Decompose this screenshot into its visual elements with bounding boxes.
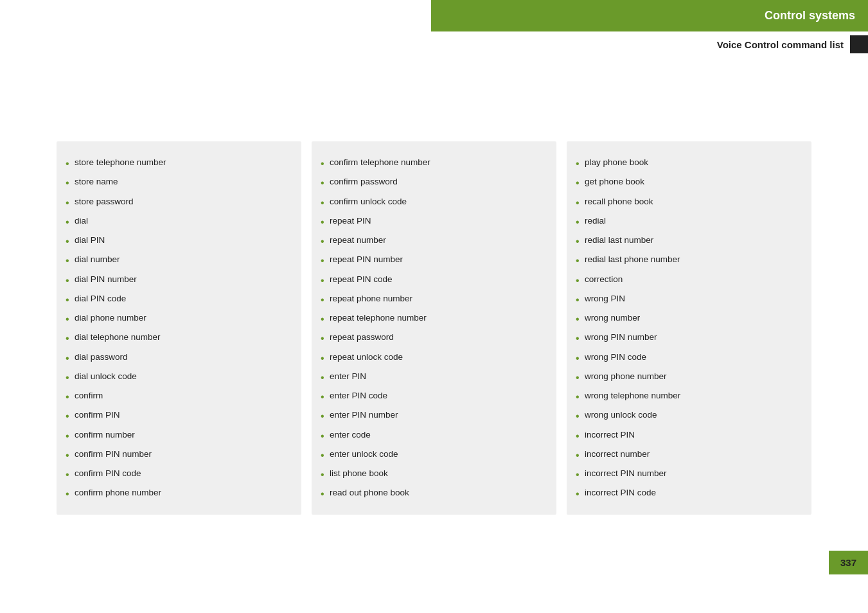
list-item: dial: [64, 211, 294, 231]
list-item: enter code: [319, 425, 549, 445]
header-section: Control systems Voice Control command li…: [431, 0, 868, 57]
list-item: repeat phone number: [319, 289, 549, 308]
list-item: play phone book: [574, 153, 804, 172]
list-item: wrong PIN number: [574, 328, 804, 347]
list-item: confirm: [64, 386, 294, 405]
list-item: dial telephone number: [64, 328, 294, 347]
list-item: wrong number: [574, 308, 804, 328]
list-item: confirm unlock code: [319, 192, 549, 211]
list-item: confirm telephone number: [319, 153, 549, 172]
column-3: play phone bookget phone bookrecall phon…: [567, 141, 811, 515]
list-item: recall phone book: [574, 192, 804, 211]
list-item: enter PIN: [319, 367, 549, 386]
list-item: confirm PIN number: [64, 445, 294, 464]
list-item: incorrect number: [574, 445, 804, 464]
subtitle-label: Voice Control command list: [717, 39, 850, 50]
list-item: confirm PIN: [64, 405, 294, 425]
list-item: incorrect PIN code: [574, 483, 804, 502]
list-item: get phone book: [574, 172, 804, 191]
column-2-list: confirm telephone numberconfirm password…: [319, 153, 549, 503]
subtitle-bar: Voice Control command list: [431, 31, 868, 57]
list-item: dial PIN number: [64, 270, 294, 289]
list-item: incorrect PIN: [574, 425, 804, 445]
column-2: confirm telephone numberconfirm password…: [312, 141, 556, 515]
list-item: confirm number: [64, 425, 294, 445]
column-1-list: store telephone numberstore namestore pa…: [64, 153, 294, 503]
list-item: wrong unlock code: [574, 405, 804, 425]
list-item: repeat PIN: [319, 211, 549, 231]
list-item: dial password: [64, 348, 294, 367]
list-item: enter unlock code: [319, 445, 549, 464]
section-title: Control systems: [765, 9, 855, 22]
list-item: read out phone book: [319, 483, 549, 502]
list-item: store name: [64, 172, 294, 191]
list-item: repeat PIN number: [319, 250, 549, 269]
list-item: wrong phone number: [574, 367, 804, 386]
list-item: dial PIN: [64, 231, 294, 250]
column-3-list: play phone bookget phone bookrecall phon…: [574, 153, 804, 503]
list-item: correction: [574, 270, 804, 289]
list-item: store telephone number: [64, 153, 294, 172]
list-item: list phone book: [319, 464, 549, 483]
list-item: confirm PIN code: [64, 464, 294, 483]
list-item: redial last number: [574, 231, 804, 250]
list-item: confirm phone number: [64, 483, 294, 502]
page-number: 337: [829, 551, 868, 574]
list-item: enter PIN code: [319, 386, 549, 405]
list-item: confirm password: [319, 172, 549, 191]
list-item: dial phone number: [64, 308, 294, 328]
list-item: repeat unlock code: [319, 348, 549, 367]
list-item: repeat PIN code: [319, 270, 549, 289]
black-tab-decoration: [850, 35, 868, 53]
list-item: repeat telephone number: [319, 308, 549, 328]
list-item: dial number: [64, 250, 294, 269]
list-item: incorrect PIN number: [574, 464, 804, 483]
list-item: dial PIN code: [64, 289, 294, 308]
column-1: store telephone numberstore namestore pa…: [57, 141, 301, 515]
list-item: repeat number: [319, 231, 549, 250]
content-area: store telephone numberstore namestore pa…: [51, 141, 817, 515]
list-item: wrong telephone number: [574, 386, 804, 405]
list-item: enter PIN number: [319, 405, 549, 425]
list-item: store password: [64, 192, 294, 211]
list-item: redial last phone number: [574, 250, 804, 269]
list-item: redial: [574, 211, 804, 231]
list-item: wrong PIN code: [574, 348, 804, 367]
list-item: dial unlock code: [64, 367, 294, 386]
list-item: wrong PIN: [574, 289, 804, 308]
section-title-bar: Control systems: [431, 0, 868, 31]
list-item: repeat password: [319, 328, 549, 347]
